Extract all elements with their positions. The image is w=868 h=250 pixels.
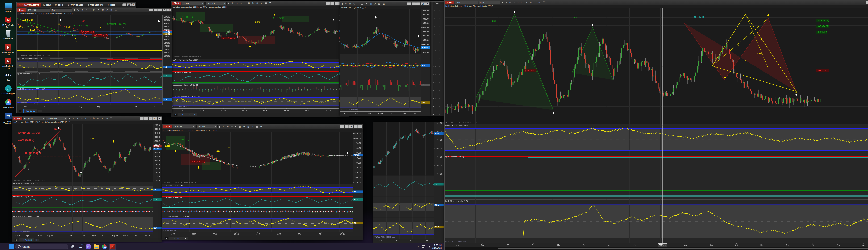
properties-icon[interactable]: ☰ xyxy=(259,124,263,129)
scroll-left-icon[interactable]: ◀ xyxy=(174,114,177,116)
maximize-icon[interactable]: ▢ xyxy=(153,117,157,120)
alerts-icon[interactable]: ⚑ xyxy=(97,8,100,12)
chart-style-icon[interactable]: ▮ xyxy=(218,124,221,129)
crosshair-icon[interactable]: + xyxy=(243,1,246,5)
chart-area[interactable] xyxy=(17,15,172,109)
zoom-in-icon[interactable]: ⊕ xyxy=(76,116,79,121)
network-icon[interactable] xyxy=(422,245,425,248)
window-buttons[interactable]: –▢✕ xyxy=(149,9,171,11)
panel-left-icon[interactable] xyxy=(340,125,344,128)
volume-icon[interactable] xyxy=(428,246,430,248)
chart-area[interactable] xyxy=(373,122,444,243)
chart-tab[interactable]: Chart xyxy=(13,117,22,120)
panel-left-icon[interactable] xyxy=(140,117,144,120)
draw-icon[interactable]: ✎ xyxy=(504,0,508,4)
close-icon[interactable]: ✕ xyxy=(425,2,429,5)
regions-icon[interactable]: ↗ xyxy=(533,0,537,4)
properties-icon[interactable]: ☰ xyxy=(114,8,118,12)
data-box-icon[interactable]: ▤ xyxy=(521,0,524,4)
add-tab-button[interactable]: + xyxy=(183,237,188,240)
start-button[interactable] xyxy=(9,245,13,249)
minimize-icon[interactable]: – xyxy=(158,9,162,11)
alerts-icon[interactable]: ⚑ xyxy=(365,2,368,6)
minimize-icon[interactable]: – xyxy=(416,2,420,5)
report-icon[interactable]: ▦ xyxy=(105,116,108,121)
zoom-out-icon[interactable]: ⊖ xyxy=(352,2,356,6)
window-buttons[interactable]: –▢✕ xyxy=(865,1,868,4)
report-icon[interactable]: ▦ xyxy=(110,8,113,12)
panel-right-icon[interactable] xyxy=(412,2,416,5)
minimize-icon[interactable]: – xyxy=(349,125,353,128)
close-icon[interactable]: ✕ xyxy=(358,125,362,128)
desktop-icon-this-pc[interactable]: This PC xyxy=(1,3,16,12)
chart-style-icon[interactable]: ▮ xyxy=(68,116,71,121)
instrument-select[interactable]: ES 12-22▼ xyxy=(182,2,205,5)
taskbar-task-view[interactable] xyxy=(69,244,76,250)
window-buttons[interactable]: –▢✕ xyxy=(407,2,429,5)
chart-area[interactable] xyxy=(12,124,162,238)
zoom-out-icon[interactable]: ⊖ xyxy=(85,8,88,12)
chart-trader-icon[interactable]: ▥ xyxy=(256,1,259,5)
alerts-icon[interactable]: ⚑ xyxy=(242,124,246,129)
instrument-tab[interactable]: ES 12-22 xyxy=(24,110,37,113)
draw-icon[interactable]: ✎ xyxy=(231,1,235,5)
taskbar-ninjatrader[interactable]: N xyxy=(109,244,116,250)
alerts-icon[interactable]: ⚑ xyxy=(251,1,255,5)
properties-icon[interactable]: ☰ xyxy=(382,2,385,6)
menu-help[interactable]: ↻Help xyxy=(105,4,117,6)
regions-icon[interactable]: ↗ xyxy=(105,8,109,12)
panel-right-icon[interactable] xyxy=(144,117,148,120)
draw-icon[interactable]: ✎ xyxy=(222,124,225,129)
chart-area[interactable] xyxy=(171,9,349,113)
desktop-icon-google-chrome[interactable]: Google Chrome xyxy=(1,99,16,108)
price-axis-strip-window[interactable] xyxy=(430,1,444,116)
chart-es-daily-window[interactable]: ChartES 12-22▼Daily▼▮✎⊕⊖+▤⚑▥↗▦☰–▢✕hpcPat… xyxy=(17,8,172,113)
scroll-left-icon[interactable]: ◀ xyxy=(20,110,22,112)
desktop-icon-mcafee-total-pro-[interactable]: MMcAfee® Total Pro... xyxy=(1,17,16,28)
chart-es-2100tick-window[interactable]: ▮✎⊕⊖+▤⚑▥↗▦☰–▢✕WMA(ES 12-22 (2100 Tick),1… xyxy=(340,1,430,116)
zoom-out-icon[interactable]: ⊖ xyxy=(80,116,83,121)
report-icon[interactable]: ▦ xyxy=(378,2,381,6)
chart-partial-weekly-window[interactable] xyxy=(373,122,444,243)
zoom-in-icon[interactable]: ⊕ xyxy=(226,124,229,129)
close-icon[interactable]: ✕ xyxy=(158,117,162,120)
taskbar-video-app[interactable]: ▶ xyxy=(85,244,92,250)
menu-new[interactable]: ▣New xyxy=(41,4,53,6)
chart-trader-icon[interactable]: ▥ xyxy=(101,8,105,12)
search-input[interactable]: Search xyxy=(15,244,68,249)
chart-area[interactable] xyxy=(340,9,430,116)
zoom-in-icon[interactable]: ⊕ xyxy=(508,0,512,4)
panel-right-icon[interactable] xyxy=(330,2,334,5)
chart-tab[interactable]: Chart xyxy=(445,1,454,4)
chart-vix-daily-window[interactable]: Chart^VIX▼Daily▼▮✎⊕⊖+▤⚑▥↗▦☰–▢✕hpcPattern… xyxy=(444,0,868,250)
instrument-tab[interactable]: RTY 12-22 xyxy=(19,238,34,242)
zoom-out-icon[interactable]: ⊖ xyxy=(230,124,234,129)
period-select[interactable]: 500 Tick▼ xyxy=(196,125,218,128)
taskbar[interactable]: Search ☁32° ▶ N ⌃ 7:55 AM 12/5/2022 xyxy=(0,243,444,250)
chart-es-1000tick-window[interactable]: ChartES 12-22▼1000 Tick▼▮✎⊕⊖+▤⚑▥↗▦☰–▢✕hp… xyxy=(171,1,349,117)
chart-style-icon[interactable]: ▮ xyxy=(501,0,503,4)
chart-canvas[interactable] xyxy=(373,122,444,243)
chart-canvas[interactable] xyxy=(12,124,162,238)
data-box-icon[interactable]: ▤ xyxy=(360,2,364,6)
data-box-icon[interactable]: ▤ xyxy=(238,124,242,129)
chart-es-500tick-window[interactable]: ChartES 12-22▼500 Tick▼▮✎⊕⊖+▤⚑▥↗▦☰–▢✕hpc… xyxy=(162,124,363,241)
zoom-out-icon[interactable]: ⊖ xyxy=(239,1,243,5)
regions-icon[interactable]: ↗ xyxy=(101,116,104,121)
data-box-icon[interactable]: ▤ xyxy=(247,1,250,5)
chart-canvas[interactable] xyxy=(340,9,430,116)
maximize-icon[interactable]: ▢ xyxy=(163,9,167,11)
regions-icon[interactable]: ↗ xyxy=(251,124,254,129)
minimize-icon[interactable]: – xyxy=(149,117,153,120)
tray-chevron-icon[interactable]: ⌃ xyxy=(417,246,419,248)
chart-rty-240min-window[interactable]: ChartRTY 12-22▼240 Minute▼▮✎⊕⊖+▤⚑▥↗▦☰–▢✕… xyxy=(12,116,162,242)
alerts-icon[interactable]: ⚑ xyxy=(92,116,96,121)
taskbar-clock[interactable]: 7:55 AM 12/5/2022 xyxy=(432,244,442,249)
period-select[interactable]: 240 Minute▼ xyxy=(46,117,67,120)
regions-icon[interactable]: ↗ xyxy=(260,1,264,5)
chart-tab[interactable]: Chart xyxy=(163,125,172,128)
data-box-icon[interactable]: ▤ xyxy=(88,116,91,121)
period-select[interactable]: Daily▼ xyxy=(479,1,500,4)
chart-trader-icon[interactable]: ▥ xyxy=(369,2,372,6)
regions-icon[interactable]: ↗ xyxy=(373,2,377,6)
